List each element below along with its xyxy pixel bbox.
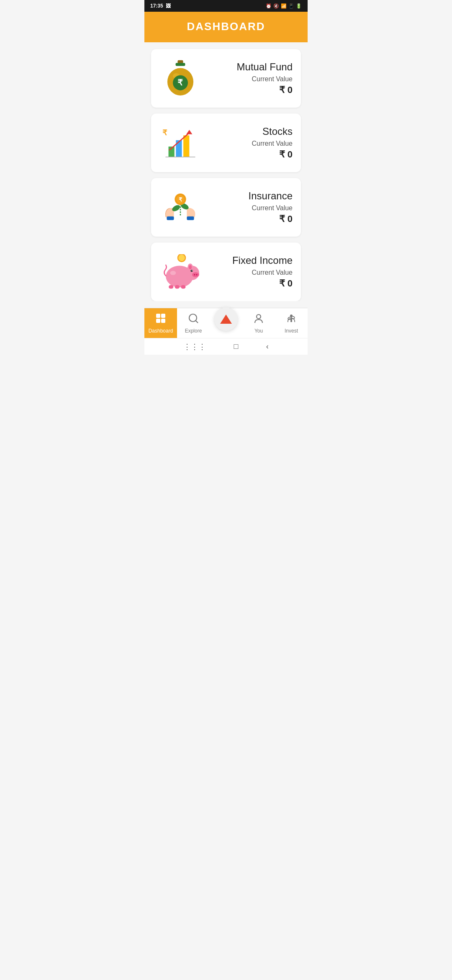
nav-you[interactable]: You	[242, 308, 275, 338]
center-triangle-icon	[220, 315, 232, 324]
svg-marker-11	[186, 130, 192, 134]
nav-explore[interactable]: Explore	[177, 308, 210, 338]
time-display: 17:35	[150, 3, 163, 9]
invest-icon	[286, 313, 297, 326]
fixed-income-label: Current Value	[208, 269, 293, 276]
stocks-value: ₹ 0	[208, 149, 293, 160]
nav-invest-label: Invest	[285, 328, 298, 334]
nav-dashboard[interactable]: Dashboard	[144, 308, 177, 338]
svg-point-36	[170, 271, 176, 275]
insurance-plant-icon: ₹	[159, 186, 201, 228]
svg-text:₹: ₹	[178, 78, 183, 87]
svg-point-43	[257, 315, 261, 319]
svg-rect-33	[169, 285, 173, 289]
svg-text:₹: ₹	[162, 129, 167, 137]
mute-icon: 🔇	[273, 3, 279, 9]
stocks-info: Stocks Current Value ₹ 0	[208, 126, 293, 160]
status-icons: ⏰ 🔇 📶 📱 🔋	[266, 3, 302, 9]
mutual-fund-value: ₹ 0	[208, 85, 293, 95]
svg-point-41	[189, 314, 197, 322]
svg-rect-37	[156, 314, 160, 318]
svg-rect-35	[181, 285, 185, 289]
android-home-btn[interactable]: □	[234, 342, 239, 351]
svg-point-28	[196, 274, 197, 275]
svg-line-42	[196, 321, 198, 323]
center-circle	[214, 307, 238, 331]
nav-dashboard-label: Dashboard	[149, 328, 173, 334]
svg-point-30	[192, 270, 193, 271]
android-back-btn[interactable]: ‹	[266, 342, 269, 351]
photo-icon: 🖼	[166, 3, 171, 9]
android-menu-btn[interactable]: ⋮⋮⋮	[183, 342, 206, 351]
svg-point-27	[194, 274, 195, 275]
insurance-label: Current Value	[208, 204, 293, 212]
signal-icon: 📱	[288, 3, 294, 9]
insurance-card[interactable]: ₹ Insurance Current Value ₹ 0	[151, 178, 301, 237]
svg-point-32	[189, 265, 192, 269]
svg-rect-40	[161, 319, 165, 323]
svg-point-47	[290, 315, 293, 317]
stocks-title: Stocks	[208, 126, 293, 137]
alarm-icon: ⏰	[266, 3, 272, 9]
svg-rect-14	[187, 217, 194, 220]
mutual-fund-info: Mutual Fund Current Value ₹ 0	[208, 61, 293, 95]
status-bar: 17:35 🖼 ⏰ 🔇 📶 📱 🔋	[144, 0, 308, 12]
stocks-card[interactable]: ₹ Stocks Current Value ₹ 0	[151, 113, 301, 172]
nav-center[interactable]	[210, 308, 242, 338]
bottom-nav: Dashboard Explore You	[144, 308, 308, 338]
main-content: ₹ Mutual Fund Current Value ₹ 0 ₹	[144, 42, 308, 301]
nav-explore-label: Explore	[185, 328, 202, 334]
insurance-info: Insurance Current Value ₹ 0	[208, 190, 293, 224]
svg-rect-8	[176, 140, 182, 157]
mutual-fund-label: Current Value	[208, 75, 293, 83]
svg-rect-34	[175, 285, 180, 289]
android-nav-bar: ⋮⋮⋮ □ ‹	[144, 338, 308, 355]
money-bag-icon: ₹	[159, 57, 201, 99]
you-icon	[253, 313, 264, 326]
svg-point-29	[190, 269, 193, 271]
svg-rect-38	[161, 314, 165, 318]
svg-rect-1	[176, 63, 185, 66]
svg-point-26	[192, 272, 199, 277]
stocks-chart-icon: ₹	[159, 122, 201, 164]
page-title: DASHBOARD	[187, 20, 265, 33]
explore-icon	[188, 313, 199, 326]
status-time: 17:35 🖼	[150, 3, 171, 9]
dashboard-header: DASHBOARD	[144, 12, 308, 42]
svg-text:₹: ₹	[179, 196, 182, 203]
svg-rect-9	[183, 135, 189, 157]
nav-you-label: You	[254, 328, 263, 334]
svg-rect-13	[167, 217, 174, 220]
piggy-bank-icon	[159, 251, 201, 293]
insurance-value: ₹ 0	[208, 214, 293, 224]
mutual-fund-card[interactable]: ₹ Mutual Fund Current Value ₹ 0	[151, 49, 301, 108]
svg-point-23	[178, 254, 185, 260]
fixed-income-card[interactable]: Fixed Income Current Value ₹ 0	[151, 242, 301, 301]
fixed-income-title: Fixed Income	[208, 255, 293, 266]
wifi-icon: 📶	[281, 3, 287, 9]
svg-rect-39	[156, 319, 160, 323]
fixed-income-value: ₹ 0	[208, 278, 293, 289]
nav-invest[interactable]: Invest	[275, 308, 308, 338]
stocks-label: Current Value	[208, 140, 293, 147]
mutual-fund-title: Mutual Fund	[208, 61, 293, 73]
dashboard-icon	[155, 313, 166, 326]
fixed-income-info: Fixed Income Current Value ₹ 0	[208, 255, 293, 289]
battery-icon: 🔋	[296, 3, 302, 9]
insurance-title: Insurance	[208, 190, 293, 202]
